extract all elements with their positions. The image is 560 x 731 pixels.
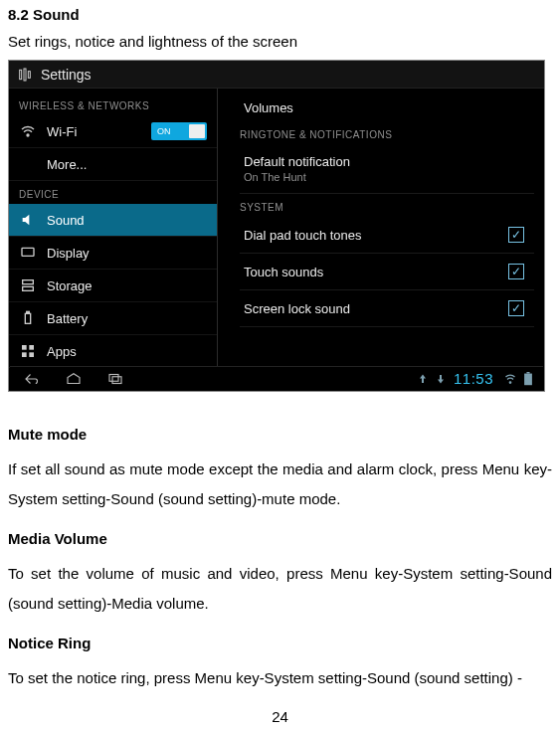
settings-detail-pane: Volumes RINGTONE & NOTIFICATIONS Default…	[218, 89, 544, 367]
section-heading: 8.2 Sound	[8, 6, 552, 23]
dial-pad-label: Dial pad touch tones	[244, 228, 508, 243]
category-device: DEVICE	[9, 181, 217, 204]
more-label: More...	[47, 157, 207, 172]
detail-item-touch-sounds[interactable]: Touch sounds ✓	[240, 254, 534, 290]
status-wifi-icon	[503, 372, 517, 386]
svg-rect-4	[22, 248, 34, 256]
settings-icon	[17, 67, 33, 83]
status-download-icon	[434, 372, 448, 386]
android-settings-screenshot: Settings WIRELESS & NETWORKS Wi-Fi ON Mo…	[8, 60, 545, 392]
storage-icon	[19, 276, 37, 294]
system-navbar: 11:53	[10, 366, 543, 390]
notice-ring-text: To set the notice ring, press Menu key-S…	[8, 663, 552, 693]
status-battery-icon	[521, 372, 535, 386]
apps-icon	[19, 342, 37, 360]
sidebar-item-battery[interactable]: Battery	[9, 302, 217, 335]
svg-rect-8	[27, 311, 30, 313]
svg-rect-10	[29, 345, 34, 350]
svg-rect-16	[526, 372, 529, 374]
category-system: SYSTEM	[240, 202, 534, 213]
svg-rect-14	[112, 376, 121, 383]
storage-label: Storage	[47, 278, 207, 293]
sidebar-item-display[interactable]: Display	[9, 237, 217, 270]
wifi-label: Wi-Fi	[47, 124, 151, 139]
status-clock: 11:53	[454, 370, 493, 387]
sidebar-item-accounts[interactable]: Accounts & sync	[9, 391, 217, 392]
detail-item-volumes[interactable]: Volumes	[240, 94, 534, 121]
category-ringtone: RINGTONE & NOTIFICATIONS	[240, 129, 534, 140]
svg-rect-12	[29, 352, 34, 357]
svg-rect-7	[25, 313, 30, 323]
display-label: Display	[47, 246, 207, 261]
wifi-toggle[interactable]: ON	[151, 122, 207, 140]
dial-pad-checkbox[interactable]: ✓	[508, 227, 524, 243]
svg-rect-5	[23, 280, 34, 284]
svg-rect-9	[22, 345, 27, 350]
svg-rect-11	[22, 352, 27, 357]
volumes-label: Volumes	[244, 100, 530, 115]
svg-point-15	[509, 381, 511, 383]
apps-label: Apps	[47, 344, 207, 359]
sidebar-item-more[interactable]: More...	[9, 148, 217, 181]
sound-icon	[19, 211, 37, 229]
nav-home-button[interactable]	[60, 370, 88, 388]
notice-ring-heading: Notice Ring	[8, 635, 552, 651]
titlebar: Settings	[9, 61, 544, 89]
touch-sounds-checkbox[interactable]: ✓	[508, 264, 524, 279]
svg-rect-0	[20, 70, 22, 79]
battery-label: Battery	[47, 311, 207, 326]
detail-item-default-notification[interactable]: Default notification On The Hunt	[240, 144, 534, 194]
display-icon	[19, 244, 37, 262]
svg-rect-6	[23, 286, 34, 290]
mute-mode-heading: Mute mode	[8, 426, 552, 443]
wifi-icon	[19, 122, 37, 140]
intro-text: Set rings, notice and lightness of the s…	[8, 33, 552, 50]
nav-recent-button[interactable]	[101, 370, 129, 388]
sidebar-item-wifi[interactable]: Wi-Fi ON	[9, 115, 217, 148]
titlebar-label: Settings	[41, 67, 92, 83]
sound-label: Sound	[47, 213, 207, 228]
touch-sounds-label: Touch sounds	[244, 265, 508, 279]
page-number: 24	[0, 708, 560, 725]
svg-rect-13	[109, 374, 118, 381]
sidebar-item-apps[interactable]: Apps	[9, 335, 217, 368]
nav-back-button[interactable]	[18, 370, 46, 388]
battery-icon	[19, 309, 37, 327]
media-volume-text: To set the volume of music and video, pr…	[8, 559, 552, 619]
detail-item-screen-lock[interactable]: Screen lock sound ✓	[240, 290, 534, 327]
settings-sidebar: WIRELESS & NETWORKS Wi-Fi ON More... DEV…	[9, 89, 218, 367]
more-icon	[19, 155, 37, 173]
svg-rect-17	[524, 373, 532, 385]
detail-item-dial-pad[interactable]: Dial pad touch tones ✓	[240, 217, 534, 254]
sidebar-item-sound[interactable]: Sound	[9, 204, 217, 237]
status-upload-icon	[416, 372, 430, 386]
document-body-after-screenshot: Mute mode If set all sound as mute mode …	[8, 426, 552, 693]
sidebar-item-storage[interactable]: Storage	[9, 270, 217, 302]
svg-rect-2	[28, 71, 30, 78]
default-notification-label: Default notification	[244, 154, 530, 169]
mute-mode-text: If set all sound as mute mode except the…	[8, 455, 552, 514]
default-notification-sub: On The Hunt	[244, 171, 530, 183]
svg-rect-1	[24, 69, 26, 81]
screen-lock-checkbox[interactable]: ✓	[508, 300, 524, 316]
media-volume-heading: Media Volume	[8, 530, 552, 547]
svg-point-3	[27, 134, 29, 136]
category-wireless: WIRELESS & NETWORKS	[9, 92, 217, 115]
screen-lock-label: Screen lock sound	[244, 301, 508, 316]
